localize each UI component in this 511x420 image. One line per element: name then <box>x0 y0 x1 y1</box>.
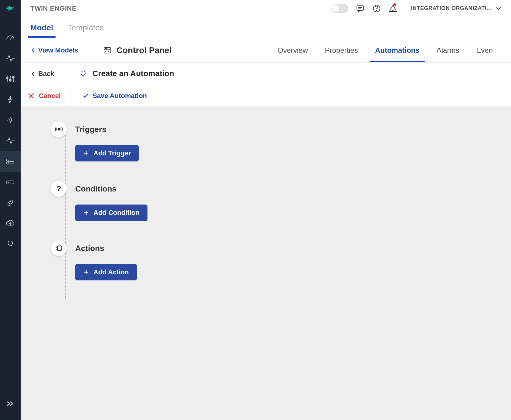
automation-builder: Triggers Add Trigger ? Conditions Add Co… <box>21 107 511 420</box>
save-label: Save Automation <box>93 92 147 100</box>
sidebar-item-server[interactable] <box>0 151 21 172</box>
back-label: Back <box>38 70 54 78</box>
conditions-title: Conditions <box>75 184 117 194</box>
actions-badge-icon <box>51 240 67 256</box>
chevron-left-icon <box>30 71 36 76</box>
add-condition-button[interactable]: Add Condition <box>75 205 147 221</box>
tab-model[interactable]: Model <box>30 23 53 38</box>
svg-rect-12 <box>7 181 14 184</box>
cancel-button[interactable]: Cancel <box>21 85 72 107</box>
svg-point-40 <box>58 128 60 130</box>
tab-events[interactable]: Even <box>468 38 501 62</box>
sidebar-item-activity-2[interactable] <box>0 130 21 151</box>
top-header: TWIN ENGINE INTEGRATION ORGANIZATI… <box>21 0 511 17</box>
sidebar-item-bolt[interactable] <box>0 89 21 110</box>
add-condition-label: Add Condition <box>93 209 140 217</box>
tab-overview[interactable]: Overview <box>269 38 316 62</box>
svg-line-37 <box>85 71 86 71</box>
check-icon <box>83 93 88 99</box>
svg-point-11 <box>8 163 8 163</box>
device-icon <box>103 46 112 55</box>
secondary-tabs: Overview Properties Automations Alarms E… <box>269 38 501 62</box>
sidebar-item-idea[interactable] <box>0 234 21 254</box>
add-trigger-button[interactable]: Add Trigger <box>75 145 139 161</box>
section-conditions: ? Conditions Add Condition <box>51 181 501 221</box>
tab-automations[interactable]: Automations <box>367 38 428 62</box>
tertiary-bar: Back Create an Automation <box>21 63 511 85</box>
app-logo[interactable] <box>4 3 16 15</box>
tab-alarms[interactable]: Alarms <box>428 38 468 62</box>
plus-icon <box>83 269 89 275</box>
actions-title: Actions <box>75 244 104 253</box>
svg-rect-15 <box>357 6 364 10</box>
view-models-label: View Models <box>38 46 78 54</box>
svg-point-7 <box>9 119 12 121</box>
secondary-nav: View Models Control Panel Overview Prope… <box>21 38 511 63</box>
sidebar-item-activity-1[interactable] <box>0 48 21 69</box>
theme-toggle[interactable] <box>331 4 348 13</box>
page-subtitle: Create an Automation <box>93 69 174 78</box>
org-label: INTEGRATION ORGANIZATI… <box>411 5 492 12</box>
sidebar-item-cloud-upload[interactable] <box>0 213 21 234</box>
svg-point-22 <box>393 10 393 11</box>
save-button[interactable]: Save Automation <box>72 85 158 107</box>
conditions-badge-icon: ? <box>51 181 67 197</box>
chevron-left-icon <box>30 48 36 53</box>
help-icon[interactable] <box>372 4 381 13</box>
org-dropdown[interactable]: INTEGRATION ORGANIZATI… <box>411 5 501 12</box>
add-action-label: Add Action <box>93 268 129 276</box>
section-actions: Actions Add Action <box>51 240 501 280</box>
cancel-label: Cancel <box>39 92 61 100</box>
triggers-title: Triggers <box>75 125 107 134</box>
chevron-down-icon <box>496 6 501 11</box>
svg-point-26 <box>107 48 107 49</box>
alert-icon[interactable] <box>388 4 398 13</box>
section-triggers: Triggers Add Trigger <box>51 121 501 161</box>
primary-tabs: Model Templates <box>21 17 511 38</box>
add-trigger-label: Add Trigger <box>93 149 131 157</box>
main-content: TWIN ENGINE INTEGRATION ORGANIZATI… Mode… <box>21 0 511 420</box>
back-link[interactable]: Back <box>30 70 54 78</box>
sidebar-item-link[interactable] <box>0 192 21 213</box>
page-title: Control Panel <box>117 46 172 55</box>
svg-line-36 <box>81 71 81 71</box>
sidebar-item-gear[interactable] <box>0 110 21 130</box>
plus-icon <box>83 150 89 156</box>
sidebar <box>0 0 21 420</box>
tab-properties[interactable]: Properties <box>316 38 367 62</box>
action-bar: Cancel Save Automation <box>21 85 511 107</box>
alert-dot-icon <box>393 3 396 6</box>
app-title: TWIN ENGINE <box>30 5 76 12</box>
plus-icon <box>83 210 89 216</box>
triggers-badge-icon <box>51 121 67 137</box>
svg-rect-45 <box>58 246 61 251</box>
sidebar-item-dashboard[interactable] <box>0 27 21 48</box>
svg-point-30 <box>81 71 85 75</box>
sidebar-expand[interactable] <box>0 393 21 414</box>
close-icon <box>28 93 35 99</box>
sidebar-item-drive[interactable] <box>0 172 21 192</box>
svg-point-19 <box>376 10 377 11</box>
add-action-button[interactable]: Add Action <box>75 264 137 280</box>
svg-point-25 <box>105 48 106 49</box>
tab-templates[interactable]: Templates <box>68 23 104 38</box>
sidebar-item-settings-sliders[interactable] <box>0 69 21 89</box>
view-models-link[interactable]: View Models <box>30 46 78 54</box>
lightbulb-icon <box>79 69 88 78</box>
svg-line-0 <box>10 37 12 39</box>
svg-point-10 <box>8 160 8 161</box>
messages-icon[interactable] <box>356 4 365 13</box>
svg-point-13 <box>8 182 9 183</box>
